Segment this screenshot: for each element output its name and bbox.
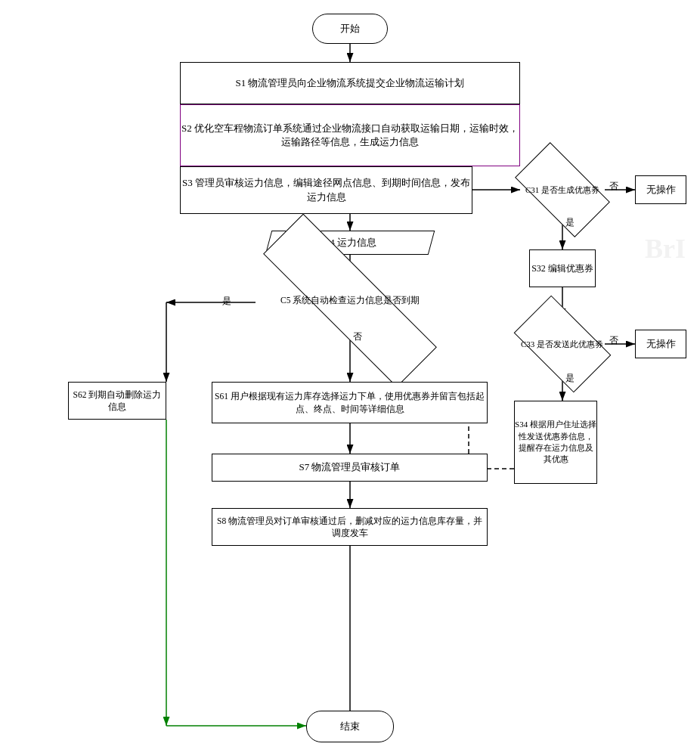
no-op2-shape: 无操作 <box>635 330 686 358</box>
no-op1-shape: 无操作 <box>635 175 686 204</box>
s8-shape: S8 物流管理员对订单审核通过后，删减对应的运力信息库存量，并调度发车 <box>212 508 488 546</box>
s61-shape: S61 用户根据现有运力库存选择运力下单，使用优惠券并留言包括起点、终点、时间等… <box>212 382 488 423</box>
s32-label: S32 编辑优惠券 <box>531 262 593 275</box>
flowchart: 开始 S1 物流管理员向企业物流系统提交企业物流运输计划 S2 优化空车程物流订… <box>0 0 700 756</box>
c31-label: C31 是否生成优惠券 <box>525 184 599 195</box>
c31-no-label: 否 <box>609 180 618 193</box>
start-shape: 开始 <box>312 14 388 44</box>
s62-shape: S62 到期自动删除运力信息 <box>68 382 166 420</box>
c33-no-label: 否 <box>609 334 618 347</box>
s1-label: S1 物流管理员向企业物流系统提交企业物流运输计划 <box>236 76 465 90</box>
s3-label: S3 管理员审核运力信息，编辑途径网点信息、到期时间信息，发布运力信息 <box>181 176 472 203</box>
s2-label: S2 优化空车程物流订单系统通过企业物流接口自动获取运输日期，运输时效，运输路径… <box>181 122 519 149</box>
s2-shape: S2 优化空车程物流订单系统通过企业物流接口自动获取运输日期，运输时效，运输路径… <box>180 104 520 166</box>
s3-shape: S3 管理员审核运力信息，编辑途径网点信息、到期时间信息，发布运力信息 <box>180 166 472 214</box>
s8-label: S8 物流管理员对订单审核通过后，删减对应的运力信息库存量，并调度发车 <box>212 515 487 539</box>
c5-no-label: 否 <box>353 330 362 343</box>
end-label: 结束 <box>340 720 360 733</box>
s32-shape: S32 编辑优惠券 <box>529 249 596 287</box>
end-shape: 结束 <box>306 711 394 742</box>
s1-shape: S1 物流管理员向企业物流系统提交企业物流运输计划 <box>180 62 520 104</box>
c5-yes-label: 是 <box>222 295 231 308</box>
s34-shape: S34 根据用户住址选择性发送优惠券信息，提醒存在运力信息及其优惠 <box>514 401 597 484</box>
c31-shape: C31 是否生成优惠券 <box>515 142 610 237</box>
s62-label: S62 到期自动删除运力信息 <box>69 389 166 413</box>
s61-label: S61 用户根据现有运力库存选择运力下单，使用优惠券并留言包括起点、终点、时间等… <box>212 390 487 414</box>
s34-label: S34 根据用户住址选择性发送优惠券信息，提醒存在运力信息及其优惠 <box>515 419 596 466</box>
c31-yes-label: 是 <box>565 216 575 229</box>
c5-label: C5 系统自动检查运力信息是否到期 <box>280 295 420 306</box>
c33-label: C33 是否发送此优惠券 <box>521 339 603 349</box>
no-op2-label: 无操作 <box>646 337 676 351</box>
s7-shape: S7 物流管理员审核订单 <box>212 454 488 482</box>
s7-label: S7 物流管理员审核订单 <box>299 460 401 474</box>
c33-yes-label: 是 <box>565 372 575 385</box>
watermark: BrI <box>630 219 700 277</box>
start-label: 开始 <box>340 22 360 36</box>
no-op1-label: 无操作 <box>646 183 676 197</box>
c33-shape: C33 是否发送此优惠券 <box>514 296 612 393</box>
